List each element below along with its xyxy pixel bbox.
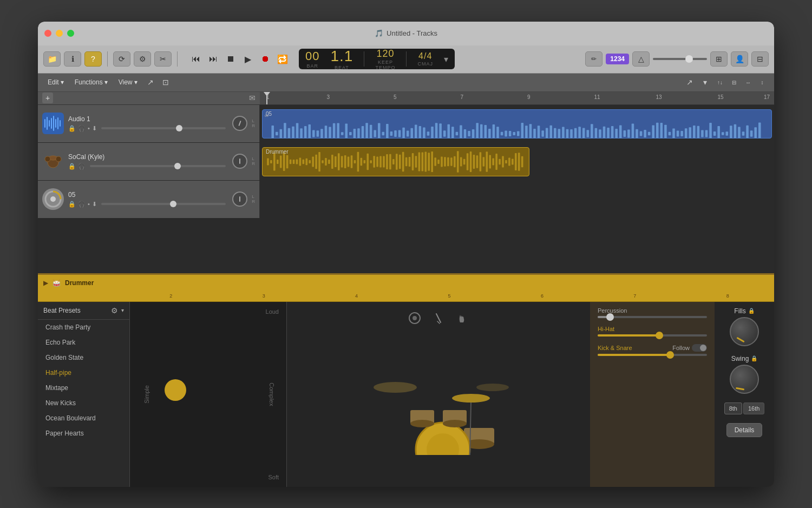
mute-button-audio1[interactable]: 🔒 [68,125,76,132]
smart-controls-button[interactable]: ⊞ [710,51,728,67]
scissors-button[interactable]: ✂ [154,51,172,67]
audio-region-socal[interactable]: Drummer [262,147,529,176]
hihat-icon[interactable] [408,312,421,327]
cycle-button[interactable]: 🔁 [275,51,290,67]
mixer-button[interactable]: ⚙ [134,51,151,67]
loop-button[interactable]: ⟳ [113,51,130,67]
list-item[interactable]: Ocean Boulevard [38,411,129,426]
list-item[interactable]: Half-pipe [38,365,129,380]
record-button[interactable]: ⏺ [258,51,273,67]
volume-thumb[interactable] [685,55,693,63]
beat-pad[interactable]: Loud Soft Simple Complex [130,302,287,487]
mixer-view-button[interactable]: 👤 [731,51,748,67]
solo-button-socal[interactable]: 🎧 [78,163,86,170]
zoom-vertical-button[interactable]: ↕ [756,76,769,89]
list-item[interactable]: Crash the Party [38,320,129,335]
list-item[interactable]: Paper Hearts [38,426,129,441]
percussion-thumb[interactable] [606,313,614,321]
track-controls-05: 🔒 🎧 • ⬇ [68,201,228,208]
fills-container: Fills 🔒 [730,307,759,346]
stop-button[interactable]: ⏹ [223,51,238,67]
solo-button-05[interactable]: 🎧 [78,201,86,208]
volume-slider-socal[interactable] [90,165,226,167]
minimize-button[interactable] [56,30,63,37]
percussion-slider[interactable] [598,316,707,318]
audio-region-audio1[interactable]: 05 ∞ [262,109,772,138]
maximize-button[interactable] [67,30,74,37]
pan-knob-audio1[interactable] [232,116,247,131]
marquee-tool[interactable]: ⊡ [159,76,172,89]
fast-forward-button[interactable]: ⏭ [206,51,221,67]
rewind-button[interactable]: ⏮ [188,51,204,67]
fit-tracks-button[interactable]: ⊟ [728,76,741,89]
mute-button-05[interactable]: 🔒 [68,201,76,208]
pan-knob-socal[interactable] [232,154,247,169]
volume-slider-audio1[interactable] [101,127,226,129]
display-expand-button[interactable]: ▾ [444,54,448,64]
volume-thumb-audio1[interactable] [176,125,182,131]
brush-icon[interactable] [432,312,445,327]
volume-slider-05[interactable] [101,203,226,205]
library-button[interactable]: 📁 [43,51,61,67]
list-item[interactable]: New Kicks [38,395,129,411]
swing-knob[interactable] [730,365,759,394]
svg-rect-73 [538,126,540,138]
hihat-thumb[interactable] [656,332,663,339]
eighth-note-button[interactable]: 8th [724,403,742,414]
beat-pad-dot[interactable] [165,379,186,401]
add-track-button[interactable]: + [42,93,53,103]
beat-presets-chevron-icon[interactable]: ▾ [121,307,124,313]
edit-menu-button[interactable]: Edit ▾ [43,77,68,88]
details-button[interactable]: Details [726,423,763,437]
master-volume[interactable] [653,58,707,60]
help-button[interactable]: ? [84,51,102,67]
pan-knob-05[interactable] [232,192,247,207]
list-item[interactable]: Echo Park [38,335,129,350]
svg-rect-46 [427,131,430,136]
sixteenth-note-button[interactable]: 16th [743,403,764,414]
close-button[interactable] [44,30,51,37]
hihat-slider[interactable] [598,334,707,337]
decrease-height-button[interactable]: ↑↓ [713,76,726,89]
info-button[interactable]: ℹ [64,51,81,67]
kicksnare-thumb[interactable] [666,351,674,359]
pencil-tool-button[interactable]: ✏ [585,51,603,67]
kicksnare-slider[interactable] [598,354,707,356]
list-item[interactable]: Golden State [38,350,129,365]
volume-thumb-socal[interactable] [174,163,181,169]
hand-icon[interactable] [456,312,469,327]
record-arm-audio1[interactable]: ⬇ [92,125,97,132]
drummer-editor-title: Drummer [65,279,94,287]
functions-menu-button[interactable]: Functions ▾ [70,77,112,88]
volume-track[interactable] [653,58,707,60]
beat-presets-gear-icon[interactable]: ⚙ [111,306,118,315]
follow-control: Follow [672,344,707,352]
follow-toggle[interactable] [692,344,707,352]
dot-button-audio1[interactable]: • [88,125,90,131]
svg-rect-47 [431,126,434,138]
arrow-tool[interactable]: ↗ [144,76,157,89]
fills-lock-icon[interactable]: 🔒 [748,308,755,314]
volume-thumb-05[interactable] [170,201,176,207]
zoom-tool[interactable]: ▾ [698,76,711,89]
mute-button-socal[interactable]: 🔒 [68,163,76,170]
solo-button-audio1[interactable]: 🎧 [78,125,86,132]
dot-button-05[interactable]: • [88,201,90,207]
svg-rect-6 [57,117,58,129]
metronome-button[interactable]: △ [632,51,650,67]
list-item[interactable]: Mixtape [38,380,129,395]
swing-lock-icon[interactable]: 🔒 [751,355,757,361]
svg-rect-209 [515,153,517,170]
browser-button[interactable]: ⊟ [751,51,769,67]
number-display[interactable]: 1234 [606,54,629,64]
svg-rect-137 [283,153,285,171]
svg-rect-211 [521,156,523,167]
zoom-horizontal-button[interactable]: ↔ [742,76,755,89]
play-button[interactable]: ▶ [240,51,256,67]
record-arm-05[interactable]: ⬇ [92,201,97,208]
fills-knob[interactable] [730,317,759,346]
svg-rect-64 [501,131,503,135]
mail-icon[interactable]: ✉ [249,94,256,102]
view-menu-button[interactable]: View ▾ [114,77,142,88]
cursor-tool[interactable]: ↗ [683,76,696,89]
